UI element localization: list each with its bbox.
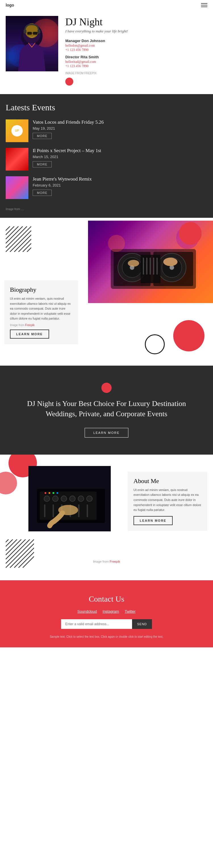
event-date-3: February 6, 2021 [33,183,207,187]
svg-line-19 [23,243,31,252]
svg-point-69 [52,492,54,494]
menu-button[interactable] [201,3,207,7]
instagram-link[interactable]: Instagram [103,609,119,614]
manager-email[interactable]: hellodon@gmail.com [65,43,207,48]
events-image-credit: Image from .... [6,205,207,212]
events-section: Latests Events UP Vatos Locos and Friend… [0,94,213,218]
svg-point-59 [86,496,92,501]
twitter-link[interactable]: Twitter [125,609,136,614]
svg-rect-31 [143,257,144,275]
svg-point-54 [44,496,50,501]
svg-rect-8 [33,32,37,35]
svg-rect-6 [37,30,40,34]
event-item: UP Vatos Locos and Friends Friday 5.26 M… [6,119,207,142]
event-item: Jean Pierre's Wynwood Remix February 6, … [6,176,207,199]
director-email[interactable]: helloritad@gmail.com [65,60,207,64]
svg-line-42 [6,539,26,559]
hero-image-credit: IMAGE FROM FREEPIX [65,72,207,75]
event-more-btn-1[interactable]: MORE [33,133,52,139]
biography-content-box: Biography Ut enim ad minim veniam, quis … [4,280,78,344]
svg-point-36 [163,257,178,266]
event-thumbnail-2 [6,148,28,170]
director-info: Director Rita Smith helloritad@gmail.com… [65,55,207,68]
svg-rect-61 [52,504,54,517]
svg-line-49 [19,552,34,568]
promo-title: DJ Night is Your Best Choice For Luxury … [23,399,190,420]
soundcloud-link[interactable]: Soundcloud [77,609,97,614]
svg-line-12 [6,226,23,243]
svg-point-58 [78,496,84,501]
contact-section: Contact Us Soundcloud Instagram Twitter … [0,580,213,647]
manager-phone: +1 123 456 7890 [65,48,207,52]
contact-social-links: Soundcloud Instagram Twitter [6,609,207,614]
svg-rect-35 [156,257,157,275]
event-item: Il Points x Secret Project – May 1st Mar… [6,148,207,170]
svg-rect-60 [44,504,45,517]
biography-title: Biography [10,286,72,293]
manager-label: Manager Don Johnson [65,39,207,43]
contact-form: SEND [6,619,207,629]
hero-red-dot [65,78,73,86]
send-button[interactable]: SEND [132,619,152,629]
svg-line-43 [6,539,21,555]
director-phone: +1 123 456 7890 [65,64,207,68]
event-thumbnail-3 [6,176,28,199]
svg-line-11 [6,226,27,248]
event-title-3: Jean Pierre's Wynwood Remix [33,176,207,182]
promo-red-circle [101,383,112,393]
promo-learn-more-btn[interactable]: LEARN MORE [85,428,129,438]
event-info-3: Jean Pierre's Wynwood Remix February 6, … [33,176,207,196]
event-title-2: Il Points x Secret Project – May 1st [33,148,207,154]
svg-rect-32 [146,257,147,275]
hero-content: DJ Night I have everything to make your … [58,16,207,86]
hero-image [6,16,58,71]
hero-subtitle: I have everything to make your life brig… [65,29,207,34]
svg-line-48 [14,548,34,568]
svg-point-56 [61,496,67,501]
svg-rect-64 [78,504,79,517]
promo-section: DJ Night is Your Best Choice For Luxury … [0,366,213,455]
svg-rect-7 [27,32,32,35]
svg-point-68 [48,492,50,494]
bio-lines-decoration [6,226,31,253]
svg-point-37 [128,260,139,267]
svg-rect-34 [153,257,154,275]
navbar: logo [0,0,213,10]
bio-red-circle-top [179,222,202,245]
bio-image-credit: Image from Freepik [10,323,72,327]
hero-section: DJ Night I have everything to make your … [0,10,213,94]
svg-line-16 [10,230,31,252]
event-date-2: March 15, 2021 [33,155,207,159]
svg-line-45 [6,539,13,547]
bio-learn-more-btn[interactable]: LEARN MORE [10,330,49,339]
logo: logo [6,3,14,7]
event-thumbnail-1: UP [6,119,28,142]
bio-freepik-link[interactable]: Freepik [25,323,34,327]
manager-info: Manager Don Johnson hellodon@gmail.com +… [65,39,207,52]
svg-line-15 [6,226,10,230]
about-freepik-link[interactable]: Freepik [110,560,120,563]
svg-rect-33 [150,257,151,275]
biography-text: Ut enim ad minim veniam, quis nostrud ex… [10,296,72,321]
svg-line-46 [6,539,8,542]
event-date-1: May 19, 2021 [33,126,207,130]
event-more-btn-2[interactable]: MORE [33,161,52,167]
biography-section: Biography Ut enim ad minim veniam, quis … [0,218,213,366]
about-title: About Me [134,477,202,485]
about-section: About Me Ut enim ad minim veniam, quis n… [0,455,213,580]
hero-title: DJ Night [65,16,207,28]
about-learn-more-btn[interactable]: LEARN MORE [134,516,173,525]
email-input[interactable] [61,619,132,629]
svg-line-17 [14,235,31,252]
event-info-1: Vatos Locos and Friends Friday 5.26 May … [33,119,207,139]
svg-line-40 [6,539,34,568]
about-lines-decoration [6,539,34,569]
about-text: Ut enim ad minim veniam, quis nostrud ex… [134,488,202,513]
event-more-btn-3[interactable]: MORE [33,190,52,196]
contact-title: Contact Us [6,594,207,603]
bio-black-circle [145,334,165,354]
event-title-1: Vatos Locos and Friends Friday 5.26 [33,119,207,125]
events-title: Latests Events [6,103,207,112]
svg-point-55 [52,496,58,501]
svg-rect-65 [86,504,88,517]
